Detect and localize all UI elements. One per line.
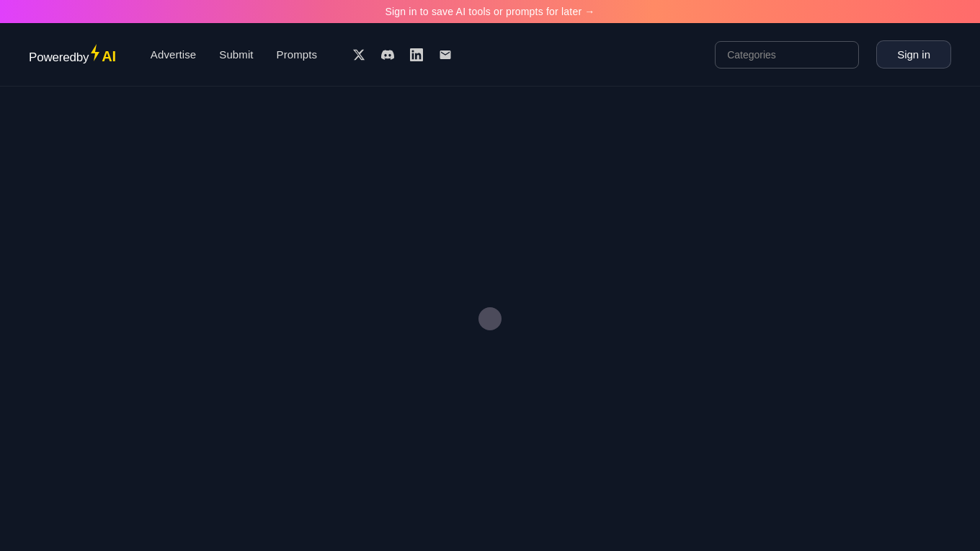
logo-wordmark: Poweredby AI (29, 44, 116, 66)
linkedin-icon[interactable] (409, 48, 424, 62)
svg-marker-0 (91, 44, 99, 61)
nav-prompts[interactable]: Prompts (277, 48, 318, 61)
lightning-icon (89, 44, 101, 66)
social-icons (352, 48, 453, 62)
logo-ai-text: AI (102, 48, 116, 64)
sign-in-button[interactable]: Sign in (876, 40, 951, 69)
logo[interactable]: Poweredby AI (29, 44, 116, 66)
discord-icon[interactable] (380, 48, 395, 62)
banner-text: Sign in to save AI tools or prompts for … (385, 6, 594, 17)
nav-submit[interactable]: Submit (219, 48, 253, 61)
email-icon[interactable] (438, 48, 453, 62)
categories-input[interactable] (715, 41, 859, 69)
top-banner[interactable]: Sign in to save AI tools or prompts for … (0, 0, 980, 23)
loading-spinner (478, 307, 502, 330)
twitter-icon[interactable] (352, 48, 366, 62)
header: Poweredby AI Advertise Submit Prompts (0, 23, 980, 87)
nav: Advertise Submit Prompts (151, 48, 715, 62)
nav-advertise[interactable]: Advertise (151, 48, 196, 61)
main-content (0, 87, 980, 551)
